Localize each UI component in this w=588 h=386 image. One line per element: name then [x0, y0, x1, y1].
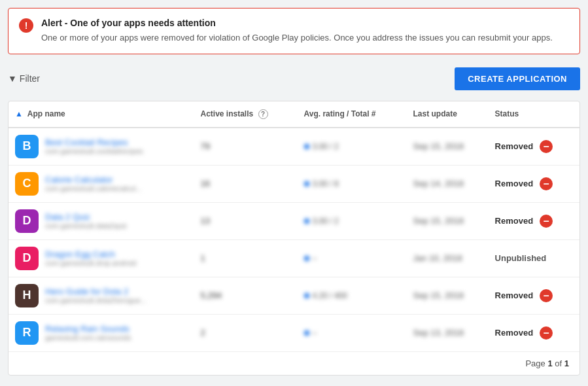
status-cell-0: Removed –	[489, 128, 579, 166]
app-icon: R	[15, 321, 39, 345]
date-cell-3: Jan 10, 2018	[407, 239, 489, 277]
app-name-cell-2[interactable]: D Data 2 Quiz com.gamestudi.data2quiz	[9, 202, 194, 239]
app-pkg: com.gamestudi.drop.android	[45, 259, 136, 267]
col-active-installs: Active installs ?	[194, 101, 298, 128]
pagination-total: 1	[564, 359, 569, 368]
app-title: Hero Guide for Dota 2	[45, 287, 147, 296]
app-name-cell-3[interactable]: D Dragon Egg Catch com.gamestudi.drop.an…	[9, 239, 194, 277]
status-cell-3: Unpublished	[489, 239, 579, 277]
status-cell-2: Removed –	[489, 202, 579, 239]
status-text: Unpublished	[495, 253, 547, 263]
rating-dot	[304, 144, 309, 149]
table-row[interactable]: D Dragon Egg Catch com.gamestudi.drop.an…	[9, 239, 579, 277]
col-last-update: Last update	[407, 101, 489, 128]
app-name-cell-5[interactable]: R Relaxing Rain Sounds gamestudi.com.rai…	[9, 314, 194, 351]
rating-dot	[304, 256, 309, 261]
date-cell-0: Sep 15, 2018	[407, 128, 489, 166]
rating-cell-2: 3.00 / 2	[298, 202, 407, 239]
remove-icon: –	[540, 326, 553, 340]
date-cell-2: Sep 15, 2018	[407, 202, 489, 239]
rating-cell-4: 4.20 / 400	[298, 277, 407, 314]
app-pkg: gamestudi.com.rainsounds	[45, 334, 131, 342]
installs-cell-2: 13	[194, 202, 298, 239]
alert-title: Alert - One of your apps needs attention	[41, 18, 553, 28]
remove-icon: –	[540, 289, 553, 302]
sort-arrow-icon: ▲	[15, 109, 23, 118]
alert-body: One or more of your apps were removed fo…	[41, 31, 553, 44]
status-text: Removed	[495, 216, 534, 226]
date-cell-1: Sep 14, 2018	[407, 165, 489, 202]
app-title: Best Cocktail Recipes	[45, 137, 143, 147]
installs-cell-1: 16	[194, 165, 298, 202]
status-cell-5: Removed –	[489, 314, 579, 351]
app-name-cell-1[interactable]: C Calorie Calculator com.gamestudi.calor…	[9, 165, 194, 202]
app-title: Relaxing Rain Sounds	[45, 324, 131, 334]
table-row[interactable]: D Data 2 Quiz com.gamestudi.data2quiz 13…	[9, 202, 579, 239]
pagination-label: Page	[525, 359, 545, 368]
rating-dot	[304, 330, 309, 336]
table-row[interactable]: B Best Cocktail Recipes com.gamestudi.co…	[9, 128, 579, 166]
rating-cell-0: 3.00 / 2	[298, 128, 407, 166]
installs-cell-3: 1	[194, 239, 298, 277]
app-icon: D	[15, 209, 39, 233]
installs-cell-5: 2	[194, 314, 298, 351]
pagination: Page 1 of 1	[9, 351, 579, 375]
app-pkg: com.gamestudi.cocktailrecipes	[45, 147, 143, 155]
table-header-row: ▲ App name Active installs ? Avg. rating…	[9, 101, 579, 128]
rating-cell-1: 3.00 / 8	[298, 165, 407, 202]
status-text: Removed	[495, 141, 534, 151]
status-text: Removed	[495, 328, 534, 338]
app-icon: B	[15, 135, 39, 158]
alert-icon: !	[19, 18, 33, 33]
installs-cell-0: 79	[194, 128, 298, 166]
app-title: Calorie Calculator	[45, 175, 141, 184]
col-app-name[interactable]: ▲ App name	[9, 101, 194, 128]
app-pkg: com.gamestudi.dota2herogue...	[45, 296, 147, 304]
rating-cell-5: –	[298, 314, 407, 351]
remove-icon: –	[540, 177, 553, 190]
apps-table-container: ▲ App name Active installs ? Avg. rating…	[8, 101, 580, 376]
app-title: Data 2 Quiz	[45, 212, 127, 222]
rating-cell-3: –	[298, 239, 407, 277]
date-cell-4: Sep 15, 2018	[407, 277, 489, 314]
rating-dot	[304, 219, 309, 224]
create-application-button[interactable]: CREATE APPLICATION	[455, 67, 580, 90]
pagination-current: 1	[547, 359, 552, 368]
toolbar: ▼ Filter CREATE APPLICATION	[8, 63, 580, 94]
installs-cell-4: 5,294	[194, 277, 298, 314]
filter-label: Filter	[20, 73, 40, 84]
remove-icon: –	[540, 140, 553, 153]
app-icon: C	[15, 172, 39, 196]
status-text: Removed	[495, 290, 534, 300]
date-cell-5: Sep 13, 2018	[407, 314, 489, 351]
status-text: Removed	[495, 179, 534, 188]
table-row[interactable]: H Hero Guide for Dota 2 com.gamestudi.do…	[9, 277, 579, 314]
rating-dot	[304, 181, 309, 186]
app-title: Dragon Egg Catch	[45, 249, 136, 259]
app-icon: H	[15, 284, 39, 307]
table-row[interactable]: C Calorie Calculator com.gamestudi.calor…	[9, 165, 579, 202]
alert-banner: ! Alert - One of your apps needs attenti…	[8, 8, 580, 54]
col-status: Status	[489, 101, 579, 128]
filter-button[interactable]: ▼ Filter	[8, 73, 40, 84]
app-name-cell-0[interactable]: B Best Cocktail Recipes com.gamestudi.co…	[9, 128, 194, 166]
rating-dot	[304, 293, 309, 298]
status-cell-1: Removed –	[489, 165, 579, 202]
status-cell-4: Removed –	[489, 277, 579, 314]
app-icon: D	[15, 247, 39, 270]
table-row[interactable]: R Relaxing Rain Sounds gamestudi.com.rai…	[9, 314, 579, 351]
active-installs-help-icon[interactable]: ?	[258, 109, 268, 119]
apps-table: ▲ App name Active installs ? Avg. rating…	[9, 101, 579, 351]
app-pkg: com.gamestudi.caloriecalcul...	[45, 184, 141, 192]
remove-icon: –	[540, 215, 553, 228]
col-avg-rating: Avg. rating / Total #	[298, 101, 407, 128]
filter-icon: ▼	[8, 73, 17, 84]
app-name-cell-4[interactable]: H Hero Guide for Dota 2 com.gamestudi.do…	[9, 277, 194, 314]
pagination-of: of	[555, 359, 562, 368]
alert-content: Alert - One of your apps needs attention…	[41, 18, 553, 44]
app-pkg: com.gamestudi.data2quiz	[45, 222, 127, 230]
